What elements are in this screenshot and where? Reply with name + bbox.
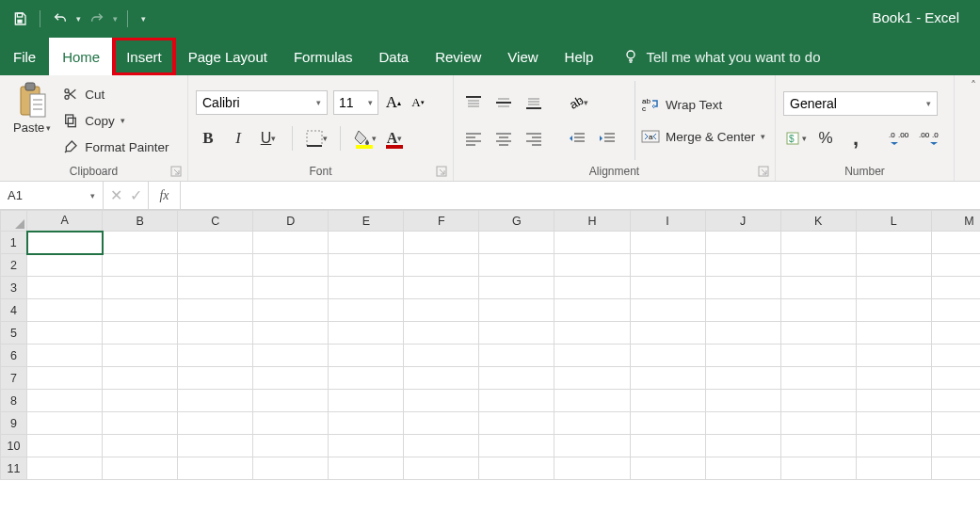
- enter-icon[interactable]: ✓: [130, 186, 142, 204]
- cell[interactable]: [103, 345, 178, 367]
- cell[interactable]: [103, 435, 178, 457]
- percent-button[interactable]: %: [813, 127, 838, 150]
- qat-customize-dropdown[interactable]: ▾: [137, 14, 150, 24]
- cell[interactable]: [479, 457, 554, 480]
- cell[interactable]: [103, 390, 178, 412]
- cell[interactable]: [931, 299, 980, 322]
- cell[interactable]: [630, 435, 705, 457]
- cell[interactable]: [27, 412, 103, 435]
- cell[interactable]: [705, 367, 780, 390]
- cell[interactable]: [329, 254, 404, 277]
- increase-indent-icon[interactable]: [595, 126, 619, 151]
- cell[interactable]: [253, 345, 329, 367]
- italic-button[interactable]: I: [226, 126, 250, 151]
- cell[interactable]: [856, 254, 931, 277]
- column-header[interactable]: H: [554, 211, 630, 232]
- cell[interactable]: [931, 322, 980, 345]
- cell[interactable]: [705, 412, 780, 435]
- cell[interactable]: [705, 232, 780, 254]
- cell[interactable]: [253, 299, 329, 322]
- cell[interactable]: [931, 435, 980, 457]
- column-header[interactable]: L: [856, 211, 931, 232]
- cell[interactable]: [630, 232, 705, 254]
- align-bottom-icon[interactable]: [522, 90, 546, 115]
- tab-insert[interactable]: Insert: [113, 38, 175, 75]
- column-header[interactable]: D: [253, 211, 329, 232]
- decrease-decimal-icon[interactable]: .00.0: [917, 127, 941, 150]
- tab-view[interactable]: View: [494, 38, 551, 75]
- cell[interactable]: [253, 457, 329, 480]
- cell[interactable]: [554, 345, 630, 367]
- cell[interactable]: [103, 367, 178, 390]
- cell[interactable]: [931, 254, 980, 277]
- tab-file[interactable]: File: [0, 38, 49, 75]
- cell[interactable]: [780, 390, 856, 412]
- cell[interactable]: [178, 345, 253, 367]
- cell[interactable]: [856, 232, 931, 254]
- align-right-icon[interactable]: [522, 126, 546, 151]
- cell[interactable]: [856, 322, 931, 345]
- increase-decimal-icon[interactable]: .0.00: [887, 127, 911, 150]
- cell[interactable]: [780, 457, 856, 480]
- cell[interactable]: [931, 277, 980, 299]
- cell[interactable]: [780, 232, 856, 254]
- cell[interactable]: [404, 367, 479, 390]
- cell[interactable]: [27, 345, 103, 367]
- tab-help[interactable]: Help: [552, 38, 607, 75]
- cell[interactable]: [856, 435, 931, 457]
- cell[interactable]: [404, 322, 479, 345]
- cell[interactable]: [554, 232, 630, 254]
- cell[interactable]: [705, 254, 780, 277]
- cell[interactable]: [554, 277, 630, 299]
- cell[interactable]: [780, 277, 856, 299]
- merge-center-button[interactable]: a Merge & Center ▾: [641, 125, 765, 148]
- cell[interactable]: [329, 367, 404, 390]
- cell[interactable]: [705, 435, 780, 457]
- cell[interactable]: [27, 435, 103, 457]
- cell[interactable]: [479, 277, 554, 299]
- column-header[interactable]: F: [404, 211, 479, 232]
- cell[interactable]: [630, 254, 705, 277]
- paste-icon[interactable]: [16, 81, 48, 119]
- cell[interactable]: [404, 435, 479, 457]
- cell[interactable]: [329, 299, 404, 322]
- cell[interactable]: [780, 412, 856, 435]
- alignment-launcher-icon[interactable]: [758, 166, 769, 177]
- align-center-icon[interactable]: [491, 126, 516, 151]
- cell[interactable]: [479, 254, 554, 277]
- cell[interactable]: [554, 390, 630, 412]
- cell[interactable]: [103, 457, 178, 480]
- cell[interactable]: [931, 412, 980, 435]
- cell[interactable]: [103, 277, 178, 299]
- fill-color-button[interactable]: ▾: [352, 126, 377, 151]
- cell[interactable]: [329, 322, 404, 345]
- cell[interactable]: [554, 412, 630, 435]
- align-middle-icon[interactable]: [491, 90, 516, 115]
- cell[interactable]: [856, 412, 931, 435]
- row-header[interactable]: 2: [1, 254, 27, 277]
- row-header[interactable]: 9: [1, 412, 27, 435]
- cell[interactable]: [178, 277, 253, 299]
- cell[interactable]: [780, 435, 856, 457]
- cell[interactable]: [931, 232, 980, 254]
- cell[interactable]: [178, 232, 253, 254]
- cell[interactable]: [479, 232, 554, 254]
- cell[interactable]: [329, 457, 404, 480]
- cell[interactable]: [253, 367, 329, 390]
- cell[interactable]: [479, 412, 554, 435]
- orientation-button[interactable]: ab▾: [565, 90, 589, 115]
- cell[interactable]: [479, 299, 554, 322]
- cell[interactable]: [329, 435, 404, 457]
- cell[interactable]: [27, 322, 103, 345]
- cell[interactable]: [404, 457, 479, 480]
- cell[interactable]: [630, 412, 705, 435]
- cell[interactable]: [329, 232, 404, 254]
- tab-formulas[interactable]: Formulas: [281, 38, 366, 75]
- cell[interactable]: [554, 254, 630, 277]
- cell[interactable]: [856, 299, 931, 322]
- cell[interactable]: [856, 367, 931, 390]
- cell[interactable]: [780, 367, 856, 390]
- cell[interactable]: [630, 277, 705, 299]
- cell[interactable]: [630, 367, 705, 390]
- cell[interactable]: [705, 457, 780, 480]
